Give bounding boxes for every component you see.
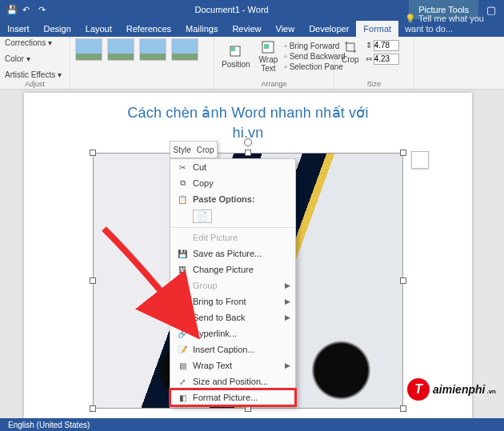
- cut-icon: ✂: [175, 162, 190, 173]
- resize-handle[interactable]: [400, 277, 406, 284]
- watermark: T aimienphi.vn: [407, 378, 496, 401]
- crop-icon: [343, 40, 358, 54]
- redo-icon[interactable]: ↷: [38, 5, 48, 14]
- position-icon: [229, 45, 243, 59]
- document-title: Document1 - Word: [54, 5, 409, 14]
- resize-handle[interactable]: [90, 405, 96, 412]
- tab-review[interactable]: Review: [225, 21, 268, 37]
- size-icon: ⤢: [175, 376, 190, 387]
- watermark-icon: T: [407, 378, 430, 401]
- menu-format-picture[interactable]: ◧Format Picture...: [170, 389, 295, 405]
- submenu-arrow-icon: ▶: [285, 361, 290, 369]
- menu-change-picture[interactable]: 🖼Change Picture: [170, 261, 295, 277]
- tab-design[interactable]: Design: [37, 21, 78, 37]
- copy-icon: ⧉: [175, 178, 190, 189]
- menu-bring-to-front[interactable]: ▦Bring to Front▶: [170, 293, 295, 309]
- crop-button[interactable]: Crop: [339, 38, 362, 66]
- tab-view[interactable]: View: [269, 21, 302, 37]
- resize-handle[interactable]: [400, 150, 406, 156]
- status-bar: English (United States): [0, 418, 504, 431]
- ribbon-tabs: Insert Design Layout References Mailings…: [0, 19, 504, 37]
- style-thumb[interactable]: [139, 38, 166, 61]
- resize-handle[interactable]: [90, 277, 96, 284]
- submenu-arrow-icon: ▶: [285, 281, 290, 289]
- group-label-arrange: Arrange: [214, 80, 334, 88]
- ribbon: Corrections ▾ Color ▾ Artistic Effects ▾…: [0, 37, 504, 90]
- tab-mailings[interactable]: Mailings: [178, 21, 225, 37]
- paste-option-icon[interactable]: 📄: [193, 210, 212, 223]
- menu-insert-caption[interactable]: 📝Insert Caption...: [170, 341, 295, 357]
- crop-mini-button[interactable]: Crop: [197, 146, 214, 154]
- separator: [170, 227, 295, 228]
- layout-options-button[interactable]: [411, 151, 429, 169]
- menu-copy[interactable]: ⧉Copy: [170, 175, 295, 191]
- height-icon: ⇕: [366, 41, 372, 50]
- color-button[interactable]: Color ▾: [5, 54, 65, 63]
- bring-front-icon: ▦: [175, 296, 190, 307]
- svg-rect-3: [264, 44, 269, 49]
- group-label-adjust: Adjust: [0, 80, 70, 88]
- resize-handle[interactable]: [245, 150, 251, 156]
- context-menu: ✂Cut ⧉Copy 📋Paste Options: 📄 Edit Pictur…: [170, 158, 296, 406]
- resize-handle[interactable]: [90, 150, 96, 156]
- wrap-text-button[interactable]: Wrap Text: [257, 38, 281, 74]
- tell-me-box[interactable]: 💡 Tell me what you want to do...: [398, 10, 504, 37]
- menu-wrap-text[interactable]: ▤Wrap Text▶: [170, 357, 295, 373]
- height-input[interactable]: [374, 40, 399, 51]
- status-language[interactable]: English (United States): [8, 421, 90, 429]
- group-label-size: Size: [334, 80, 414, 88]
- tab-layout[interactable]: Layout: [78, 21, 119, 37]
- svg-rect-1: [231, 47, 235, 51]
- width-input[interactable]: [374, 54, 399, 65]
- style-thumb[interactable]: [107, 38, 134, 61]
- menu-hyperlink[interactable]: 🔗Hyperlink...: [170, 325, 295, 341]
- picture-style-gallery[interactable]: [75, 38, 209, 61]
- menu-save-as-picture[interactable]: 💾Save as Picture...: [170, 245, 295, 261]
- menu-send-to-back[interactable]: ▧Send to Back▶: [170, 309, 295, 325]
- wrap-text-icon: ▤: [175, 360, 190, 371]
- submenu-arrow-icon: ▶: [285, 313, 290, 321]
- menu-group: ▣Group▶: [170, 277, 295, 293]
- watermark-suffix: .vn: [486, 388, 496, 395]
- menu-cut[interactable]: ✂Cut: [170, 159, 295, 175]
- group-size: Crop ⇕ ⇔ Size: [334, 37, 414, 89]
- artistic-effects-button[interactable]: Artistic Effects ▾: [5, 70, 65, 79]
- save-icon[interactable]: 💾: [6, 5, 16, 14]
- save-icon: 💾: [175, 248, 190, 259]
- tab-format[interactable]: Format: [356, 21, 398, 37]
- change-picture-icon: 🖼: [175, 264, 190, 275]
- hyperlink-icon: 🔗: [175, 328, 190, 339]
- document-heading: Cách chèn ảnh Word nhanh nhất với: [24, 93, 472, 125]
- menu-size-position[interactable]: ⤢Size and Position...: [170, 373, 295, 389]
- rotate-handle[interactable]: [244, 138, 252, 146]
- resize-handle[interactable]: [245, 405, 251, 412]
- style-thumb[interactable]: [171, 38, 198, 61]
- style-mini-button[interactable]: Style: [174, 146, 191, 154]
- menu-edit-picture: Edit Picture: [170, 229, 295, 245]
- width-icon: ⇔: [366, 54, 372, 63]
- resize-handle[interactable]: [400, 405, 406, 412]
- group-icon: ▣: [175, 280, 190, 291]
- position-button[interactable]: Position: [219, 43, 253, 70]
- menu-paste-icon[interactable]: 📄: [170, 207, 295, 225]
- document-area: Cách chèn ảnh Word nhanh nhất với hi.vn …: [0, 90, 504, 418]
- tab-developer[interactable]: Developer: [302, 21, 356, 37]
- corrections-button[interactable]: Corrections ▾: [5, 38, 65, 47]
- lightbulb-icon: 💡: [405, 14, 416, 23]
- tab-insert[interactable]: Insert: [0, 21, 37, 37]
- caption-icon: 📝: [175, 344, 190, 355]
- watermark-text: aimienphi: [433, 383, 485, 396]
- paste-icon: 📋: [175, 194, 190, 205]
- send-back-icon: ▧: [175, 312, 190, 323]
- menu-paste-options[interactable]: 📋Paste Options:: [170, 191, 295, 207]
- group-picture-styles: [70, 37, 214, 89]
- group-arrange: Position Wrap Text ▫ Bring Forward ▫ Sen…: [214, 37, 334, 89]
- submenu-arrow-icon: ▶: [285, 297, 290, 305]
- format-picture-icon: ◧: [175, 392, 190, 403]
- wrap-text-icon: [261, 40, 275, 54]
- group-adjust: Corrections ▾ Color ▾ Artistic Effects ▾…: [0, 37, 70, 89]
- style-thumb[interactable]: [75, 38, 102, 61]
- mini-toolbar: Style Crop: [170, 141, 218, 158]
- tab-references[interactable]: References: [119, 21, 178, 37]
- undo-icon[interactable]: ↶: [22, 5, 32, 14]
